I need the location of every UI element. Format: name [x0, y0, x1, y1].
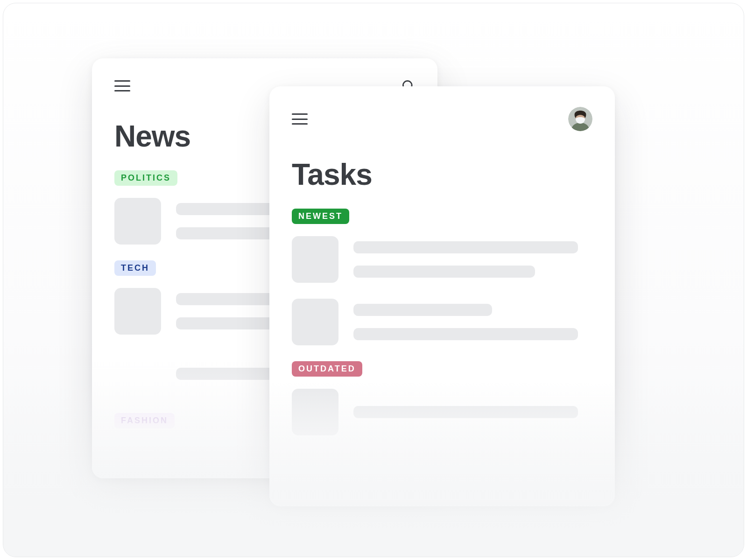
list-item: [292, 389, 592, 435]
tag-outdated[interactable]: OUTDATED: [292, 361, 362, 377]
tasks-title: Tasks: [292, 157, 592, 192]
thumbnail-placeholder: [292, 389, 338, 435]
text-placeholder: [353, 236, 592, 283]
thumbnail-placeholder: [292, 236, 338, 283]
thumbnail-placeholder: [292, 299, 338, 345]
tasks-section-newest: NEWEST: [292, 209, 592, 345]
list-item: [292, 299, 592, 345]
thumbnail-placeholder: [114, 198, 161, 245]
tasks-card: Tasks NEWEST OUTDATED: [269, 86, 615, 506]
tag-fashion[interactable]: FASHION: [114, 413, 175, 428]
watermark: SETPRODUCT.COM: [629, 536, 725, 545]
tasks-card-header: [292, 107, 592, 131]
hamburger-icon[interactable]: [114, 80, 130, 91]
avatar[interactable]: [568, 107, 592, 131]
text-placeholder: [353, 299, 592, 345]
text-placeholder: [353, 389, 592, 435]
thumbnail-placeholder: [114, 288, 161, 335]
tasks-section-outdated: OUTDATED: [292, 361, 592, 435]
hamburger-icon[interactable]: [292, 113, 308, 125]
tag-politics[interactable]: POLITICS: [114, 170, 177, 186]
showcase-frame: News POLITICS TECH: [3, 3, 744, 557]
tag-newest[interactable]: NEWEST: [292, 209, 349, 224]
tag-tech[interactable]: TECH: [114, 260, 156, 276]
list-item: [292, 236, 592, 283]
